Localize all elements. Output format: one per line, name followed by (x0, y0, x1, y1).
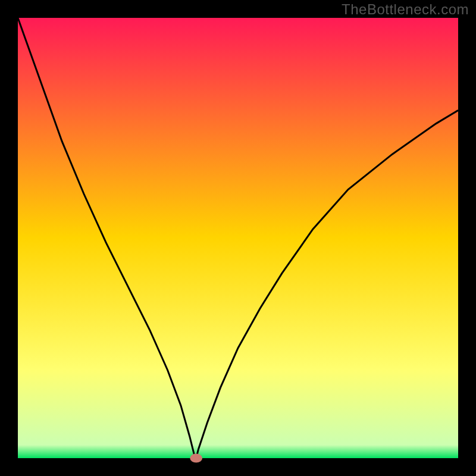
plot-background (18, 18, 458, 458)
bottleneck-chart (0, 0, 476, 476)
optimal-marker (190, 454, 202, 463)
watermark-text: TheBottleneck.com (342, 1, 469, 18)
chart-frame: TheBottleneck.com (0, 0, 476, 476)
